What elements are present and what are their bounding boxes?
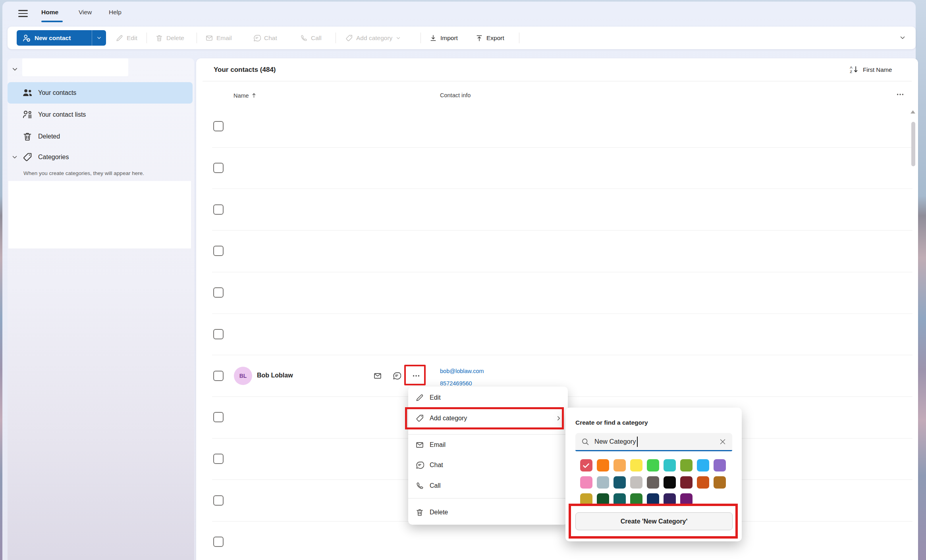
menu-item-label: Call [430, 482, 441, 489]
export-button[interactable]: Export [475, 27, 504, 49]
row-checkbox[interactable] [213, 121, 224, 131]
contact-phone-link[interactable]: 8572469560 [440, 380, 472, 387]
row-divider [212, 230, 912, 231]
contact-name-redacted [425, 528, 523, 538]
category-color-swatch[interactable] [613, 493, 626, 506]
column-header-name[interactable]: Name [233, 92, 257, 99]
chevron-right-icon [555, 415, 562, 422]
row-checkbox[interactable] [213, 412, 224, 422]
category-color-swatch[interactable] [647, 476, 659, 489]
contact-email-link[interactable]: bob@loblaw.com [440, 368, 484, 374]
category-color-swatch[interactable] [697, 476, 709, 489]
header-more-options-icon[interactable] [896, 90, 905, 100]
contact-context-menu: Edit Add category Email Chat Call Delete [408, 387, 568, 525]
avatar[interactable]: BL [234, 367, 252, 385]
sort-az-icon [849, 65, 859, 74]
email-contact-icon[interactable] [373, 371, 382, 380]
category-color-swatch[interactable] [647, 459, 659, 471]
pencil-icon [116, 34, 123, 42]
dots-horizontal-icon [896, 90, 905, 99]
row-checkbox[interactable] [213, 537, 224, 547]
hamburger-menu-icon[interactable] [18, 10, 28, 17]
menu-item-label: Email [430, 441, 446, 448]
category-color-swatch[interactable] [647, 493, 659, 506]
envelope-icon [415, 441, 424, 449]
menu-item-chat[interactable]: Chat [408, 455, 568, 475]
row-checkbox[interactable] [213, 287, 224, 298]
category-color-swatch[interactable] [664, 459, 676, 471]
sidebar-item-your-contacts[interactable]: Your contacts [8, 82, 193, 104]
category-color-swatch[interactable] [580, 493, 592, 506]
import-button[interactable]: Import [429, 27, 458, 49]
sidebar-item-your-contact-lists[interactable]: Your contact lists [8, 104, 193, 125]
contact-name[interactable]: Bob Loblaw [257, 372, 293, 379]
tab-home[interactable]: Home [41, 9, 58, 16]
chevron-down-icon [899, 34, 906, 41]
category-color-swatch[interactable] [580, 459, 592, 471]
phone-icon [300, 34, 308, 42]
category-color-swatch[interactable] [580, 476, 592, 489]
category-color-swatch[interactable] [597, 459, 609, 471]
row-checkbox[interactable] [213, 371, 224, 381]
new-contact-dropdown[interactable] [92, 30, 106, 46]
menu-item-edit[interactable]: Edit [408, 388, 568, 408]
tab-help[interactable]: Help [109, 9, 122, 16]
menu-item-call[interactable]: Call [408, 476, 568, 496]
menu-separator [408, 498, 568, 498]
row-checkbox[interactable] [213, 495, 224, 506]
category-color-swatch[interactable] [697, 459, 709, 471]
email-label: Email [216, 35, 232, 42]
category-color-swatch[interactable] [613, 476, 626, 489]
sidebar-collapse-icon[interactable] [11, 65, 19, 75]
flyout-title: Create or find a category [575, 419, 648, 426]
category-color-swatch[interactable] [630, 476, 642, 489]
menu-item-delete[interactable]: Delete [408, 502, 568, 522]
row-checkbox[interactable] [213, 246, 224, 256]
category-color-swatch[interactable] [680, 476, 693, 489]
chat-button[interactable]: Chat [253, 27, 277, 49]
category-color-swatch[interactable] [630, 459, 642, 471]
category-color-swatch[interactable] [597, 476, 609, 489]
add-category-button[interactable]: Add category [345, 27, 401, 49]
category-color-swatch[interactable] [680, 459, 693, 471]
people-list-icon [22, 110, 33, 120]
clear-search-icon[interactable] [719, 438, 727, 446]
menu-item-label: Add category [430, 415, 467, 422]
sidebar-item-categories[interactable]: Categories [8, 146, 193, 168]
scrollbar-thumb[interactable] [911, 122, 915, 166]
category-color-swatch[interactable] [714, 476, 726, 489]
new-contact-button[interactable]: New contact [17, 30, 106, 46]
row-checkbox[interactable] [213, 329, 224, 339]
menu-item-add-category[interactable]: Add category [408, 408, 568, 428]
scrollbar-up-icon[interactable] [911, 110, 915, 114]
row-checkbox[interactable] [213, 454, 224, 464]
row-checkbox[interactable] [213, 204, 224, 215]
delete-button[interactable]: Delete [155, 27, 184, 49]
menu-item-label: Edit [430, 394, 441, 401]
row-checkbox[interactable] [213, 163, 224, 173]
category-color-swatch[interactable] [714, 459, 726, 471]
chat-contact-icon[interactable] [392, 371, 401, 380]
search-icon [581, 437, 590, 446]
import-icon [429, 34, 437, 42]
email-button[interactable]: Email [205, 27, 232, 49]
ribbon-collapse-button[interactable] [899, 34, 906, 43]
column-header-contact-info[interactable]: Contact info [440, 92, 471, 98]
tab-view[interactable]: View [79, 9, 92, 16]
category-search-input[interactable]: New Category [575, 433, 732, 451]
edit-label: Edit [127, 35, 137, 42]
sidebar-item-deleted[interactable]: Deleted [8, 126, 193, 147]
edit-button[interactable]: Edit [116, 27, 137, 49]
create-category-button[interactable]: Create 'New Category' [575, 512, 733, 530]
call-button[interactable]: Call [300, 27, 322, 49]
menu-item-email[interactable]: Email [408, 435, 568, 455]
contact-more-options-icon[interactable] [412, 371, 421, 380]
category-color-swatch[interactable] [597, 493, 609, 506]
category-color-swatch[interactable] [630, 493, 642, 506]
category-color-swatch[interactable] [680, 493, 693, 506]
category-color-swatch[interactable] [664, 476, 676, 489]
row-divider [212, 272, 912, 272]
category-color-swatch[interactable] [613, 459, 626, 471]
category-color-swatch[interactable] [664, 493, 676, 506]
sort-control[interactable]: First Name [849, 65, 892, 74]
